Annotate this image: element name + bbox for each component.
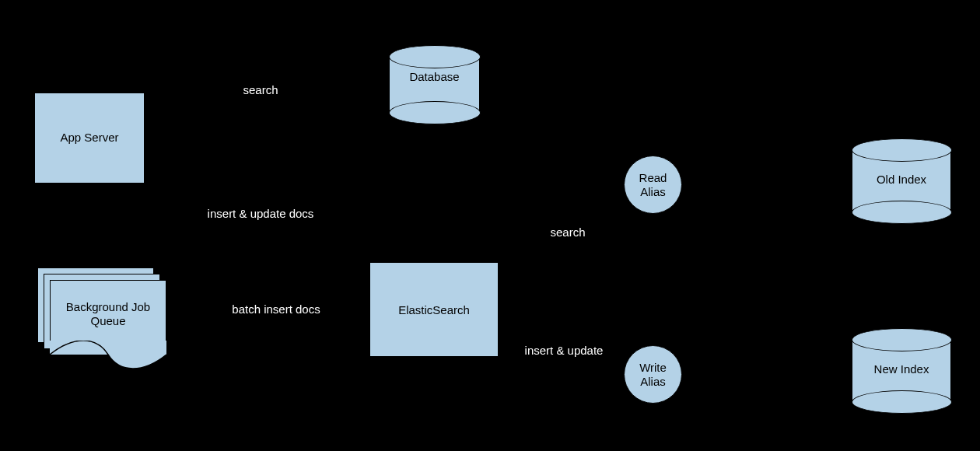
app-server-node — [34, 93, 145, 184]
edge-label-app-db: search — [226, 83, 296, 98]
write-alias-node — [624, 345, 682, 404]
arrows-layer — [0, 0, 980, 451]
edge-label-app-es: insert & update docs — [194, 207, 327, 222]
database-node — [389, 56, 480, 114]
doc-wave-icon — [50, 341, 166, 369]
edge-label-bg-es: batch insert docs — [218, 302, 334, 317]
bg-queue-node — [50, 280, 166, 355]
new-index-node — [852, 339, 951, 403]
elasticsearch-node — [369, 262, 499, 357]
edge-label-es-write: insert & update — [513, 344, 614, 358]
old-index-node — [852, 149, 951, 213]
edge-label-es-read: search — [537, 226, 599, 240]
read-alias-node — [624, 156, 682, 214]
